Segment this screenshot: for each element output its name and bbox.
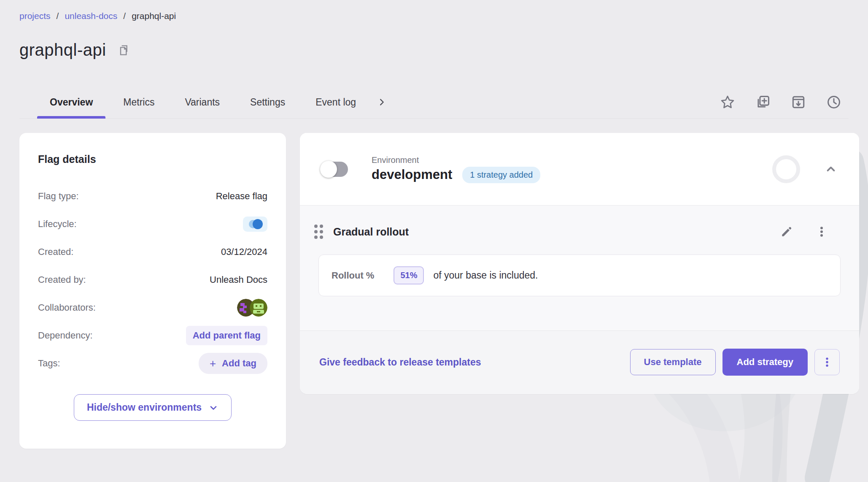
environment-enable-toggle[interactable] [322,162,348,177]
created-by-label: Created by: [38,274,86,285]
environment-card: Environment development 1 strategy added… [300,133,859,394]
flag-type-label: Flag type: [38,191,79,202]
toggle-thumb [320,161,337,178]
created-value: 03/12/2024 [221,246,267,257]
lifecycle-label: Lifecycle: [38,219,77,230]
add-tag-button[interactable]: + Add tag [199,353,267,374]
main-content: Flag details Flag type: Release flag Lif… [0,0,868,482]
row-flag-type: Flag type: Release flag [38,185,267,208]
row-tags: Tags: + Add tag [38,352,267,375]
chevron-down-icon [208,403,218,413]
flag-type-value: Release flag [216,191,267,202]
environment-menu-button[interactable] [814,349,840,375]
chevron-up-icon [825,163,837,176]
rollout-label: Rollout % [332,270,374,281]
created-by-value: Unleash Docs [210,274,267,285]
flag-details-title: Flag details [38,153,267,165]
metrics-ring-placeholder [772,155,800,183]
strategy-name: Gradual rollout [333,226,409,238]
release-templates-feedback-link[interactable]: Give feedback to release templates [319,357,481,368]
edit-strategy-button[interactable] [778,223,795,240]
environment-footer: Give feedback to release templates Use t… [300,330,859,393]
kebab-menu-icon [815,225,828,238]
environment-header: Environment development 1 strategy added [300,133,859,206]
strategy-list: Gradual rollout Ro [300,206,859,330]
collaborator-avatars [237,299,267,317]
lifecycle-stage-dot-dark [253,219,263,229]
footer-actions: Use template Add strategy [630,349,840,376]
rollout-description: of your base is included. [433,270,538,281]
environment-eyebrow: Environment [372,155,540,165]
tags-label: Tags: [38,358,60,369]
add-tag-label: Add tag [222,358,256,369]
collapse-environment-button[interactable] [823,161,839,177]
rollout-percentage-chip: 51% [394,266,424,284]
strategy-drag-handle[interactable] [312,222,326,241]
use-template-button[interactable]: Use template [630,349,716,375]
collaborators-label: Collaborators: [38,302,96,313]
flag-details-card: Flag details Flag type: Release flag Lif… [19,133,286,449]
rollout-summary-panel: Rollout % 51% of your base is included. [318,255,841,296]
created-label: Created: [38,246,73,257]
pencil-icon [780,225,793,238]
row-dependency: Dependency: Add parent flag [38,324,267,347]
strategy-title-row: Gradual rollout [308,216,839,248]
add-parent-flag-button[interactable]: Add parent flag [186,326,267,345]
row-created-by: Created by: Unleash Docs [38,268,267,291]
kebab-menu-icon [821,356,833,368]
add-strategy-button[interactable]: Add strategy [722,349,808,376]
lifecycle-stage-chip[interactable] [243,217,267,232]
environment-name: development [372,167,452,182]
strategy-menu-button[interactable] [814,224,830,240]
dependency-label: Dependency: [38,330,93,341]
environment-header-right [772,155,839,183]
environment-title-block: Environment development 1 strategy added [372,155,540,183]
row-created: Created: 03/12/2024 [38,241,267,263]
row-lifecycle: Lifecycle: [38,213,267,236]
hide-show-environments-button[interactable]: Hide/show environments [74,394,232,421]
collaborator-avatar [250,299,267,317]
plus-icon: + [210,359,216,368]
hide-show-environments-label: Hide/show environments [87,402,202,413]
row-collaborators: Collaborators: [38,296,267,319]
strategy-count-badge: 1 strategy added [462,167,540,183]
